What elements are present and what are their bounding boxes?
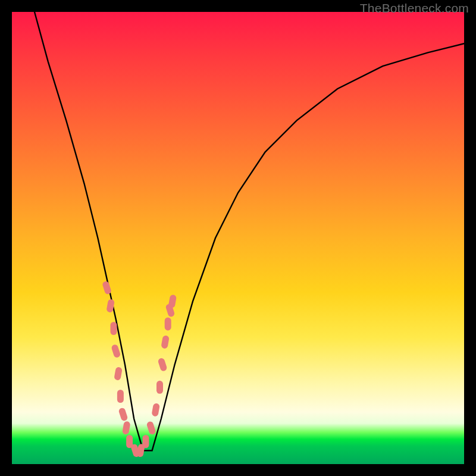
- marker-pill: [165, 317, 171, 330]
- marker-cluster: [102, 280, 177, 458]
- marker-pill: [114, 367, 123, 381]
- marker-pill: [168, 295, 177, 309]
- marker-pill: [102, 280, 112, 295]
- bottleneck-curve: [35, 12, 464, 450]
- marker-pill: [118, 407, 128, 421]
- marker-pill: [146, 421, 156, 435]
- chart-frame: TheBottleneck.com: [0, 0, 476, 476]
- marker-pill: [151, 403, 160, 417]
- marker-pill: [143, 435, 149, 448]
- marker-pill: [111, 344, 121, 358]
- marker-pill: [122, 421, 131, 435]
- curve-layer: [12, 12, 464, 464]
- marker-pill: [161, 335, 170, 349]
- plot-area: [12, 12, 464, 464]
- watermark-text: TheBottleneck.com: [360, 1, 469, 15]
- marker-pill: [111, 322, 117, 335]
- marker-pill: [156, 381, 163, 394]
- marker-pill: [157, 358, 167, 372]
- marker-pill: [117, 390, 124, 403]
